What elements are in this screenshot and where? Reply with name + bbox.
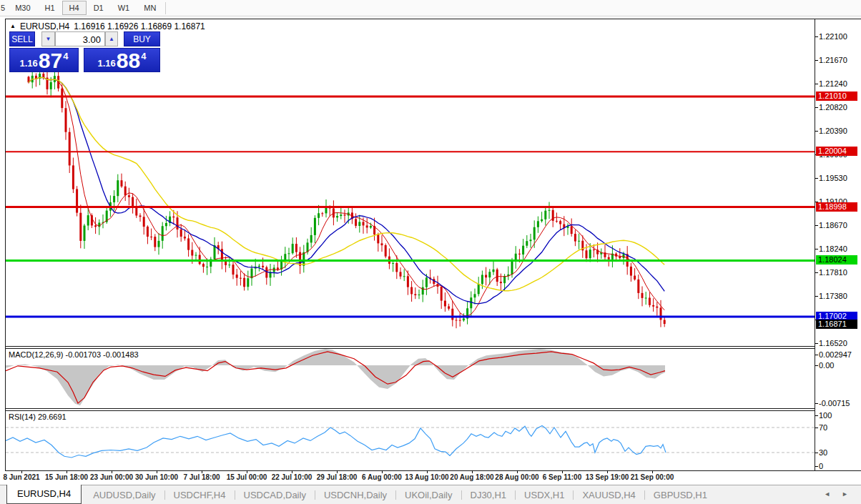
price-tick [815,107,818,108]
time-tick-label: 6 Sep 11:00 [543,473,581,481]
time-tick-label: 15 Jun 18:00 [45,473,88,481]
price-tick-label: 1.21240 [819,79,847,88]
rsi-label: RSI(14) 29.6691 [9,412,67,421]
price-tick-label: 1.20390 [819,127,847,135]
price-tick [815,36,818,37]
chart-title: ▲ EURUSD,H4 1.16916 1.16926 1.16869 1.16… [10,21,205,31]
price-tick-label: 1.18670 [819,221,847,229]
price-tick-label: 1.16520 [819,339,847,347]
price-tick-label: 1.17380 [819,292,847,300]
spin-down-icon: ▼ [46,36,51,42]
spin-up-icon: ▲ [109,36,114,42]
time-tick-label: 22 Jul 10:00 [272,473,313,481]
rsi-scale-label: 70 [819,423,827,432]
level-price-label: 1.21010 [816,92,857,101]
rsi-scale-tick [815,453,818,453]
bid-price-button[interactable]: 1.16 87 4 [9,48,79,72]
chart-tab-bar: EURUSD,H4 AUDUSD,Daily USDCHF,H4 USDCAD,… [0,485,861,504]
time-tick-label: 21 Sep 00:00 [631,473,674,481]
volume-increase-button[interactable]: ▲ [105,31,118,46]
period-button-h1[interactable]: H1 [38,1,62,15]
bid-price-point: 4 [63,51,68,61]
price-tick [815,84,818,84]
period-button-m30[interactable]: M30 [8,1,37,15]
price-tick [815,343,818,344]
tab-gbpusd-h1[interactable]: GBPUSD,H1 [645,487,716,503]
rsi-indicator-canvas[interactable] [6,411,815,470]
bid-price-prefix: 1.16 [20,58,38,69]
price-tick-label: 1.22100 [819,32,847,41]
bid-price-pips: 87 [39,51,62,70]
macd-label: MACD(12,26,9) -0.001703 -0.001483 [9,350,139,359]
period-button-mn[interactable]: MN [137,1,163,15]
tab-usdchf-h4[interactable]: USDCHF,H4 [165,487,235,503]
toolbar-separator [165,2,166,14]
time-axis[interactable]: 8 Jun 202115 Jun 18:0023 Jun 00:0030 Jun… [0,470,861,485]
time-tick-label: 13 Sep 19:00 [586,473,629,481]
period-toolbar: 5 M30 H1 H4 D1 W1 MN [0,0,861,16]
price-tick [815,131,818,132]
level-price-label: 1.18024 [816,255,857,265]
sell-button[interactable]: SELL [9,31,35,46]
panel-collapse-icon[interactable]: ▲ [10,23,16,29]
rsi-scale-label: 100 [819,411,832,420]
price-axis[interactable]: 1.221001.216701.212401.208201.203901.199… [815,0,861,504]
macd-rsi-splitter[interactable] [5,408,815,409]
tab-ukoil-daily[interactable]: UKOil,Daily [396,487,461,503]
level-price-label: 1.20004 [816,147,857,156]
one-click-trading-panel: SELL ▼ 3.00 ▲ BUY 1.16 87 4 1.16 88 4 [9,31,160,73]
price-tick [815,272,818,273]
rsi-scale-tick [815,415,818,416]
period-button-m5-partial[interactable]: 5 [0,1,8,15]
time-tick-label: 29 Jul 18:00 [317,473,358,481]
time-tick-label: 20 Aug 18:00 [450,473,493,481]
time-tick-label: 30 Jun 10:00 [135,473,178,481]
tab-eurusd-h4[interactable]: EURUSD,H4 [6,485,82,504]
time-tick-label: 13 Aug 10:00 [405,473,448,481]
price-tick [815,178,818,179]
time-tick-label: 23 Jun 00:00 [90,473,133,481]
chart-ohlc-values: 1.16916 1.16926 1.16869 1.16871 [74,21,205,31]
period-button-d1[interactable]: D1 [87,1,111,15]
volume-input[interactable]: 3.00 [55,31,105,46]
macd-scale-label: 0.002947 [819,350,852,359]
macd-scale-label: -0.00715 [819,399,850,407]
time-tick-label: 28 Aug 00:00 [495,473,538,481]
current-price-label: 1.16871 [816,320,857,329]
price-tick-label: 1.21670 [819,56,847,64]
tab-usdcnh-daily[interactable]: USDCNH,Daily [315,487,395,503]
chart-symbol-period: EURUSD,H4 [20,21,69,31]
tab-usdx-h1[interactable]: USDX,H1 [516,487,573,503]
ask-price-button[interactable]: 1.16 88 4 [84,48,160,72]
macd-scale-tick [815,355,818,355]
macd-scale-tick [815,365,818,366]
price-tick-label: 1.18240 [819,244,847,253]
main-macd-splitter[interactable] [5,346,815,347]
ask-price-prefix: 1.16 [98,58,116,69]
period-button-w1[interactable]: W1 [111,1,137,15]
period-button-h4[interactable]: H4 [62,1,87,15]
time-tick-label: 7 Jul 18:00 [183,473,220,481]
buy-button[interactable]: BUY [124,31,160,46]
volume-decrease-button[interactable]: ▼ [41,31,55,46]
price-tick-label: 1.20820 [819,103,847,112]
tab-dj30-h1[interactable]: DJ30,H1 [462,487,516,503]
tab-usdcad-daily[interactable]: USDCAD,Daily [235,487,315,503]
time-tick-label: 15 Jul 00:00 [227,473,267,481]
time-tick-label: 8 Jun 2021 [3,473,39,481]
ask-price-point: 4 [141,51,146,61]
tab-xauusd-h4[interactable]: XAUUSD,H4 [574,487,644,503]
price-tick [815,225,818,226]
price-tick-label: 1.19530 [819,174,847,182]
price-tick [815,249,818,249]
time-tick-label: 6 Aug 00:00 [362,473,402,481]
price-tick-label: 1.17810 [819,268,847,277]
rsi-scale-label: 0 [819,462,823,470]
price-tick [815,60,818,61]
level-price-label: 1.18998 [816,202,857,212]
rsi-scale-tick [815,466,818,467]
macd-scale-tick [815,403,818,404]
price-tick [815,296,818,297]
rsi-scale-tick [815,428,818,428]
tab-audusd-daily[interactable]: AUDUSD,Daily [84,487,164,503]
